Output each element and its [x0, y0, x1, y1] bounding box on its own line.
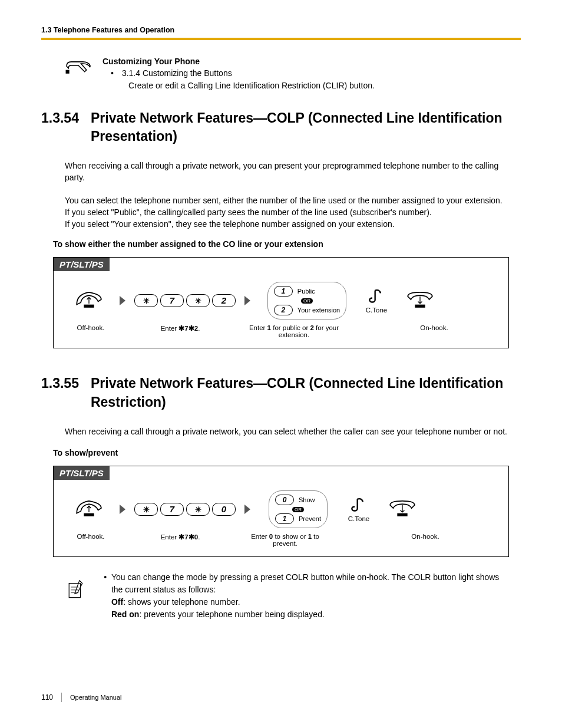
note-off-label: Off: [111, 597, 123, 607]
svg-rect-1: [415, 305, 425, 308]
offhook-icon: [74, 498, 104, 519]
or-badge: OR: [292, 507, 304, 512]
key-7: 7: [160, 294, 184, 307]
or-badge: OR: [301, 298, 313, 304]
customize-bullet: [103, 68, 122, 78]
key-0: 0: [212, 503, 236, 516]
cap-enter12: Enter 1 for public or 2 for your extensi…: [247, 324, 341, 338]
section-55-number: 1.3.55: [41, 374, 79, 411]
svg-rect-3: [397, 513, 407, 516]
key-star: [134, 503, 158, 516]
ctone-label: C.Tone: [360, 307, 393, 314]
arrow-icon: [120, 505, 125, 514]
s54-p3: If you select "Public", the calling/call…: [65, 207, 432, 217]
s55-tab: PT/SLT/PS: [54, 466, 110, 480]
onhook-icon: [405, 289, 435, 310]
choice-box: 0Show OR 1Prevent: [269, 490, 328, 528]
note-line1: You can change the mode by pressing a pr…: [111, 572, 499, 594]
section-54-number: 1.3.54: [41, 109, 79, 146]
section-54-title: Private Network Features—COLP (Connected…: [91, 109, 521, 146]
key-star: [134, 294, 158, 307]
choice-key-1: 1: [275, 513, 294, 524]
s54-p2: You can select the telephone number sent…: [65, 196, 503, 205]
cap-onhook: On-hook.: [356, 533, 494, 547]
s55-procedure: PT/SLT/PS 7 0 0Show OR 1Prevent: [53, 466, 509, 557]
cap-enter70: Enter ✱7✱0.: [130, 533, 230, 547]
key-star: [186, 294, 210, 307]
customize-line2: Create or edit a Calling Line Identifica…: [128, 80, 375, 91]
doc-title: Operating Manual: [70, 694, 121, 701]
cap-enter01: Enter 0 to show or 1 to prevent.: [247, 533, 323, 547]
s55-p1: When receiving a call through a private …: [65, 426, 521, 437]
s54-tab: PT/SLT/PS: [54, 258, 110, 271]
page-number: 110: [41, 693, 53, 701]
choice-key-2: 2: [274, 305, 293, 315]
section-55-heading: 1.3.55 Private Network Features—COLR (Co…: [41, 374, 521, 411]
music-note-icon: [368, 288, 385, 304]
onhook-icon: [387, 498, 418, 519]
ctone-label: C.Tone: [342, 515, 375, 522]
choice-label-prevent: Prevent: [299, 515, 321, 522]
offhook-icon: [74, 289, 104, 310]
key-star: [186, 503, 210, 516]
cap-enter72: Enter ✱7✱2.: [130, 324, 230, 338]
choice-label-public: Public: [297, 288, 315, 295]
arrow-icon: [244, 505, 250, 514]
hand-pointing-icon: [65, 55, 92, 75]
note-red-label: Red on: [111, 610, 139, 619]
page-footer: 110 Operating Manual: [41, 693, 121, 702]
music-note-icon: [351, 496, 367, 513]
note-red-text: : prevents your telephone number being d…: [139, 610, 324, 619]
s55-note: You can change the mode by pressing a pr…: [67, 571, 509, 621]
choice-label-ext: Your extension: [297, 307, 340, 314]
notepad-icon: [67, 577, 84, 602]
note-off-text: : shows your telephone number.: [123, 597, 240, 607]
arrow-icon: [244, 296, 250, 305]
svg-rect-2: [84, 513, 94, 516]
section-54-heading: 1.3.54 Private Network Features—COLP (Co…: [41, 109, 521, 146]
cap-offhook: Off-hook.: [68, 324, 114, 338]
arrow-icon: [120, 296, 125, 305]
svg-rect-0: [84, 305, 94, 308]
s54-procedure: PT/SLT/PS 7 2 1Public OR 2Y: [53, 257, 509, 348]
customize-block: Customizing Your Phone 3.1.4 Customizing…: [65, 55, 521, 91]
customize-line1: 3.1.4 Customizing the Buttons: [122, 68, 232, 78]
key-7: 7: [160, 503, 184, 516]
s54-p4: If you select "Your extension", they see…: [65, 219, 395, 229]
running-header: 1.3 Telephone Features and Operation: [41, 26, 521, 38]
header-rule: [41, 38, 521, 40]
cap-onhook: On-hook.: [374, 324, 494, 338]
customize-title: Customizing Your Phone: [103, 55, 375, 67]
s54-p1: When receiving a call through a private …: [65, 160, 521, 184]
choice-label-show: Show: [299, 496, 315, 503]
choice-key-0: 0: [275, 495, 294, 505]
section-55-title: Private Network Features—COLR (Connected…: [91, 374, 521, 411]
choice-box: 1Public OR 2Your extension: [267, 282, 346, 319]
s55-subhead: To show/prevent: [53, 448, 521, 457]
s54-p2-block: You can select the telephone number sent…: [65, 195, 521, 230]
cap-offhook: Off-hook.: [68, 533, 114, 547]
choice-key-1: 1: [274, 286, 293, 297]
footer-separator: [61, 693, 62, 702]
key-2: 2: [212, 294, 236, 307]
s54-subhead: To show either the number assigned to th…: [53, 239, 521, 249]
